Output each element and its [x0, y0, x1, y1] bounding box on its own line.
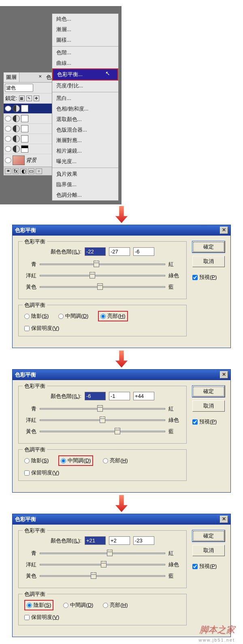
slider-thumb[interactable]	[97, 283, 103, 290]
cancel-button[interactable]: 取消	[192, 545, 225, 556]
slider-track[interactable]	[40, 564, 165, 565]
close-button[interactable]: ✕	[220, 227, 228, 234]
lock-paint-icon[interactable]: ✎	[26, 96, 32, 101]
visibility-icon[interactable]	[5, 136, 11, 142]
menu-item[interactable]: 負片效果	[52, 169, 118, 179]
menu-item[interactable]: 色調分離...	[52, 190, 118, 200]
menu-item[interactable]: 色彩平衡...↖	[52, 68, 118, 81]
visibility-icon[interactable]	[5, 126, 11, 132]
level-input-2[interactable]	[109, 392, 130, 400]
tone-radio-shadows[interactable]: 陰影(S)	[24, 312, 49, 320]
tone-radio-mid[interactable]: 中間調(D)	[63, 601, 93, 609]
panel-tabs: 圖層 × 色版	[4, 72, 60, 83]
layer-row[interactable]: 背景	[4, 154, 60, 167]
tone-radio-hl[interactable]: 亮部(H)	[98, 311, 128, 321]
menu-item[interactable]: 漸層...	[52, 24, 118, 35]
lock-transparent-icon[interactable]: ▦	[19, 96, 25, 101]
menu-item[interactable]: 圖樣...	[52, 35, 118, 45]
layer-thumbnail	[13, 155, 25, 165]
level-input-3[interactable]	[133, 247, 154, 256]
preview-checkbox[interactable]: 預視(P)	[192, 274, 225, 281]
ok-button[interactable]: 確定	[192, 386, 225, 397]
close-button[interactable]: ✕	[220, 516, 228, 523]
slider-thumb[interactable]	[90, 272, 95, 278]
level-input-2[interactable]	[109, 247, 130, 256]
mask-icon[interactable]: ◐	[20, 168, 27, 174]
slider-track[interactable]	[40, 419, 165, 421]
tab-close-icon[interactable]: ×	[36, 72, 44, 82]
layer-row[interactable]	[4, 134, 60, 144]
link-icon[interactable]: ⚭	[5, 168, 11, 174]
close-button[interactable]: ✕	[220, 371, 228, 378]
level-input-3[interactable]	[133, 536, 154, 545]
menu-item[interactable]: 相片濾鏡...	[52, 146, 118, 156]
tone-radio-mid[interactable]: 中間調(D)	[58, 312, 88, 320]
menu-item[interactable]: 色階...	[52, 47, 118, 58]
level-input-1[interactable]	[85, 392, 106, 400]
slider-thumb[interactable]	[91, 572, 96, 579]
slider-track[interactable]	[40, 431, 165, 432]
ok-button[interactable]: 確定	[192, 241, 225, 253]
preserve-luminosity-checkbox[interactable]: 保留明度(V)	[24, 614, 181, 621]
tone-radio-mid[interactable]: 中間調(D)	[58, 455, 93, 466]
menu-item[interactable]: 亮度/對比...	[52, 81, 118, 91]
menu-item[interactable]: 臨界值...	[52, 179, 118, 190]
slider-thumb[interactable]	[100, 417, 105, 423]
blend-mode-row	[4, 83, 60, 93]
slider-track[interactable]	[40, 286, 165, 288]
slider-right-label: 藍	[168, 572, 181, 580]
menu-item[interactable]: 選取顏色...	[52, 114, 118, 125]
level-input-1[interactable]	[85, 247, 106, 256]
folder-icon[interactable]: ▭	[28, 168, 34, 174]
menu-item[interactable]: 黑白...	[52, 93, 118, 104]
preserve-luminosity-checkbox[interactable]: 保留明度(V)	[24, 469, 181, 476]
slider-thumb[interactable]	[115, 428, 120, 434]
layer-row[interactable]	[4, 124, 60, 134]
preview-checkbox[interactable]: 預視(P)	[192, 563, 225, 570]
cancel-button[interactable]: 取消	[192, 400, 225, 412]
layer-row[interactable]	[4, 144, 60, 154]
visibility-icon[interactable]	[5, 116, 11, 121]
tone-radio-hl[interactable]: 亮部(H)	[103, 601, 128, 609]
slider-track[interactable]	[40, 553, 165, 554]
blend-mode-select[interactable]	[5, 84, 33, 92]
visibility-icon[interactable]	[5, 157, 11, 163]
menu-item[interactable]: 純色...	[52, 14, 118, 24]
layer-row[interactable]	[4, 104, 60, 114]
preview-checkbox[interactable]: 預視(P)	[192, 418, 225, 425]
visibility-icon[interactable]	[5, 146, 11, 152]
menu-item[interactable]: 曲線...	[52, 58, 118, 68]
menu-item[interactable]: 曝光度...	[52, 156, 118, 167]
slider-track[interactable]	[40, 408, 165, 410]
tab-layers[interactable]: 圖層	[4, 72, 19, 82]
visibility-icon[interactable]	[5, 106, 11, 111]
tone-radio-hl[interactable]: 亮部(H)	[103, 457, 128, 464]
tone-radio-shadows[interactable]: 陰影(S)	[24, 457, 49, 464]
levels-row: 顏色色階((L):	[24, 392, 181, 400]
level-input-2[interactable]	[109, 536, 130, 545]
slider-thumb[interactable]	[101, 561, 107, 567]
slider-right-label: 綠色	[168, 417, 181, 424]
slider-thumb[interactable]	[107, 550, 113, 556]
menu-item[interactable]: 色版混合器...	[52, 125, 118, 135]
layer-row[interactable]	[4, 114, 60, 124]
preserve-luminosity-checkbox[interactable]: 保留明度(V)	[24, 325, 181, 332]
slider-row: 青 紅	[24, 261, 181, 268]
slider-track[interactable]	[40, 264, 165, 265]
ok-button[interactable]: 確定	[192, 530, 225, 542]
level-input-1[interactable]	[85, 536, 106, 545]
fx-icon[interactable]: fx	[13, 168, 19, 174]
levels-row: 顏色色階((L):	[24, 247, 181, 256]
level-input-3[interactable]	[133, 392, 154, 400]
menu-item[interactable]: 漸層對應...	[52, 135, 118, 146]
tone-radio-shadows[interactable]: 陰影(S)	[24, 600, 53, 610]
slider-thumb[interactable]	[94, 261, 99, 267]
cancel-button[interactable]: 取消	[192, 256, 225, 267]
new-layer-icon[interactable]: ▫	[36, 168, 42, 174]
layer-mask-icon	[21, 145, 28, 153]
menu-item[interactable]: 色相/飽和度...	[52, 104, 118, 114]
slider-thumb[interactable]	[97, 405, 103, 412]
lock-position-icon[interactable]: ✥	[34, 96, 39, 101]
slider-track[interactable]	[40, 275, 165, 276]
slider-track[interactable]	[40, 575, 165, 577]
